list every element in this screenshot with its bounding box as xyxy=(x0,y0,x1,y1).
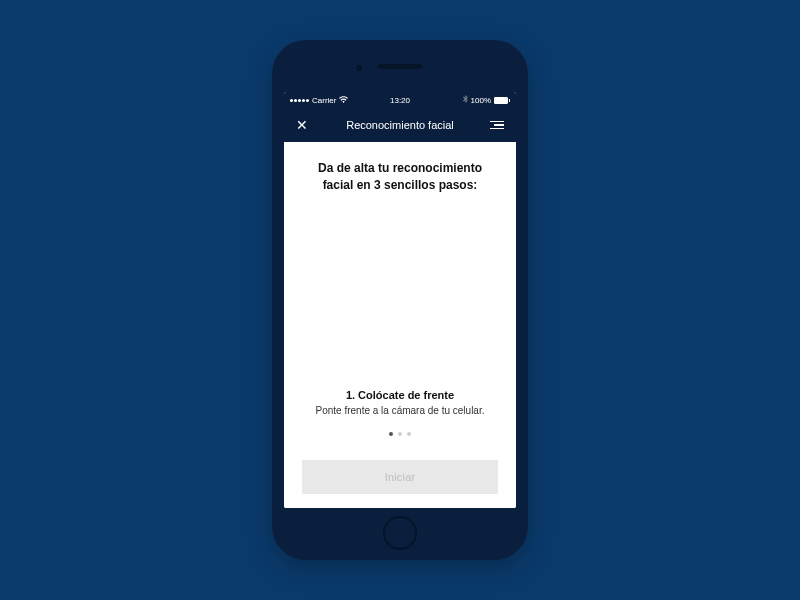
pager-dot-2[interactable] xyxy=(398,432,402,436)
page-title: Reconocimiento facial xyxy=(346,119,454,131)
phone-front-camera xyxy=(356,65,362,71)
menu-icon[interactable] xyxy=(490,121,504,130)
status-right: 100% xyxy=(463,95,510,105)
close-icon[interactable]: ✕ xyxy=(296,118,308,132)
carrier-label: Carrier xyxy=(312,96,336,105)
home-button[interactable] xyxy=(383,516,417,550)
status-left: Carrier xyxy=(290,96,348,105)
illustration-area xyxy=(302,194,498,389)
pager-dot-1[interactable] xyxy=(389,432,393,436)
nav-bar: ✕ Reconocimiento facial xyxy=(284,108,516,142)
page-indicator[interactable] xyxy=(302,432,498,436)
step-title: 1. Colócate de frente xyxy=(302,389,498,401)
onboarding-content: Da de alta tu reconocimiento facial en 3… xyxy=(284,142,516,508)
battery-percent: 100% xyxy=(471,96,491,105)
signal-icon xyxy=(290,99,309,102)
phone-frame: Carrier 13:20 100% ✕ Reconocimiento faci… xyxy=(272,40,528,560)
onboarding-heading: Da de alta tu reconocimiento facial en 3… xyxy=(302,160,498,194)
pager-dot-3[interactable] xyxy=(407,432,411,436)
status-time: 13:20 xyxy=(390,96,410,105)
start-button[interactable]: Iniciar xyxy=(302,460,498,494)
step-description: Ponte frente a la cámara de tu celular. xyxy=(302,405,498,416)
wifi-icon xyxy=(339,96,348,105)
battery-icon xyxy=(494,97,510,104)
phone-speaker xyxy=(378,64,422,69)
screen: Carrier 13:20 100% ✕ Reconocimiento faci… xyxy=(284,92,516,508)
status-bar: Carrier 13:20 100% xyxy=(284,92,516,108)
bluetooth-icon xyxy=(463,95,468,105)
